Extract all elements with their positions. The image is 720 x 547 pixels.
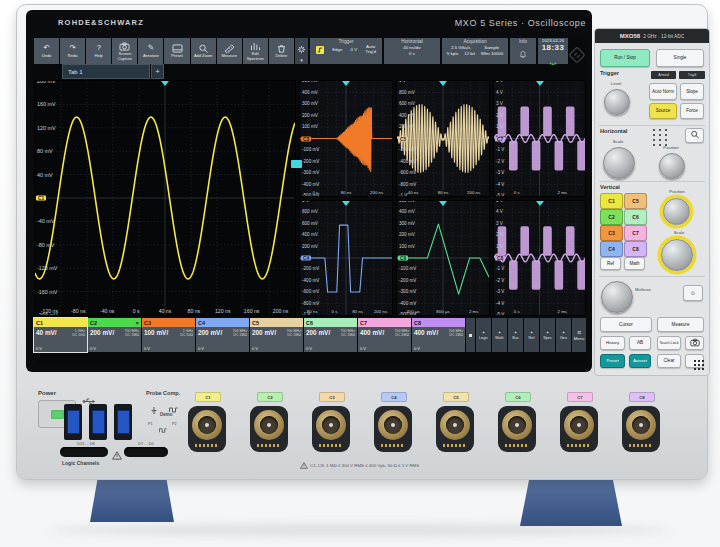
channel-descriptor-c5[interactable]: C5200 mV/700 MHzDC 1MΩ0 V [250, 318, 303, 352]
touch-lock-button[interactable]: Touch Lock [657, 336, 681, 350]
usb-port-3[interactable] [114, 404, 132, 440]
add-tab-button[interactable]: + [151, 64, 164, 79]
channel-marker-c7[interactable]: C7 [495, 136, 505, 141]
toolbar-edit-spectrum[interactable]: Edit Spectrum [243, 38, 268, 64]
measure-button[interactable]: Measure [657, 317, 704, 332]
clear-button[interactable]: Clear [657, 354, 681, 368]
grid-c8[interactable]: 5 V4 V3 V2 V1 V-1 V-2 V-3 V-4 V-5 VC80 s… [493, 200, 586, 316]
add-spec-button[interactable]: +Spec [540, 318, 555, 352]
ab-button[interactable]: AB [629, 336, 651, 350]
channel-marker-c5[interactable]: C5 [398, 136, 408, 141]
bnc-connector-c4[interactable] [374, 406, 412, 452]
tab-tab1[interactable]: Tab 1 [62, 64, 150, 79]
toolbar-annotate[interactable]: ✎Annotate [138, 38, 163, 64]
preset-button[interactable]: Preset [600, 354, 625, 368]
horizontal-scale-knob[interactable] [603, 147, 635, 179]
channel-descriptor-c3[interactable]: C3100 mV/1 GHzDC 50Ω0 V [142, 318, 195, 352]
channel-descriptor-c6[interactable]: C6200 mV/700 MHzDC 1MΩ0 V [304, 318, 357, 352]
vertical-channel-button-c6[interactable]: C6 [624, 209, 647, 225]
slope-button[interactable]: Slope [680, 83, 704, 100]
toolbar-help[interactable]: ?Help [86, 38, 111, 64]
toolbar-settings-button[interactable]: ▾ [295, 38, 308, 64]
trigger-position-marker[interactable] [342, 201, 350, 206]
channel-marker-c4[interactable]: C4 [301, 256, 311, 261]
info-status-box[interactable]: Info [510, 38, 536, 64]
vertical-channel-button-c8[interactable]: C8 [624, 241, 647, 257]
toolbar-preset[interactable]: Preset [164, 38, 189, 64]
channel-descriptor-c1[interactable]: C140 mV/1 GHzDC 50Ω0 V [34, 318, 87, 352]
trigger-position-marker[interactable] [536, 81, 544, 86]
channel-marker-c1[interactable]: C1 [36, 196, 46, 201]
cursor-button[interactable]: Cursor [600, 317, 652, 332]
bnc-connector-c1[interactable] [188, 406, 226, 452]
bnc-connector-c2[interactable] [250, 406, 288, 452]
trigger-source-button[interactable]: Source [649, 103, 677, 119]
channel-marker-c6[interactable]: C6 [398, 256, 408, 261]
math-button[interactable]: Math [624, 257, 645, 270]
grid-c7[interactable]: 5 V4 V3 V2 V1 V-1 V-2 V-3 V-4 V-5 VC70 s… [493, 80, 586, 197]
usb-port-2[interactable] [89, 404, 107, 440]
vertical-channel-button-c2[interactable]: C2 [600, 209, 623, 225]
clock-box[interactable]: 2023-02-24 18:33 [538, 38, 568, 64]
bnc-connector-c6[interactable] [498, 406, 536, 452]
channel-descriptor-c2[interactable]: C2×200 mV/700 MHzDC 1MΩ0 V [88, 318, 141, 352]
toolbar-delete[interactable]: Delete [269, 38, 294, 64]
add-logic-button[interactable]: +Logic [476, 318, 491, 352]
vertical-position-knob[interactable] [663, 198, 690, 225]
trigger-level-knob[interactable] [604, 89, 630, 115]
channel-close-marker[interactable]: × [136, 320, 139, 326]
toolbar-add-zoom[interactable]: Add Zoom [191, 38, 216, 64]
vertical-channel-button-c1[interactable]: C1 [600, 193, 623, 209]
toolbar-redo[interactable]: ↷Redo [60, 38, 85, 64]
trigger-position-marker[interactable] [342, 81, 350, 86]
run-stop-button[interactable]: Run / Stop [600, 49, 650, 67]
vertical-channel-button-c7[interactable]: C7 [624, 225, 647, 241]
add-gen-button[interactable]: +Gen [556, 318, 571, 352]
channel-marker-c8[interactable]: C8 [495, 256, 505, 261]
single-button[interactable]: Single [656, 49, 704, 67]
history-button[interactable]: History [600, 336, 625, 350]
trigger-status-box[interactable]: Trigger Edge 0 V Auto Trig'd [310, 38, 382, 64]
keypad-button[interactable] [685, 354, 704, 368]
channel-descriptor-c7[interactable]: C7400 mV/700 MHzDC 1MΩ0 V [358, 318, 411, 352]
screenshot-button[interactable] [685, 336, 704, 350]
bnc-connector-c5[interactable] [436, 406, 474, 452]
trigger-position-marker[interactable] [161, 81, 169, 86]
add-bus-button[interactable]: +Bus [508, 318, 523, 352]
channel-descriptor-c8[interactable]: C8400 mV/700 MHzDC 1MΩ0 V [412, 318, 465, 352]
channel-marker-c3[interactable]: C3 [301, 136, 311, 141]
bnc-connector-c7[interactable] [560, 406, 598, 452]
toolbar-screen-capture[interactable]: Screen Capture [112, 38, 137, 64]
menu-button[interactable]: ≡Menu [572, 318, 586, 352]
horizontal-position-knob[interactable] [659, 153, 685, 179]
logic-connector-d7-d0[interactable] [124, 447, 168, 457]
signal-settings-button[interactable] [466, 318, 475, 352]
horizontal-status-box[interactable]: Horizontal 40 ns/div 0 s [384, 38, 440, 64]
auto-norm-button[interactable]: Auto Norm [649, 83, 677, 100]
add-ref-button[interactable]: +Ref [524, 318, 539, 352]
acquisition-status-box[interactable]: Acquisition 2.5 GSa/s Sample 5 kpts 12 b… [442, 38, 508, 64]
bnc-connector-c8[interactable] [622, 406, 660, 452]
multiuse-knob[interactable] [601, 281, 633, 313]
logic-connector-d15-d8[interactable] [60, 447, 108, 457]
grid-c5[interactable]: 1 V800 mV600 mV400 mV200 mV-200 mV-400 m… [396, 80, 490, 197]
toolbar-undo[interactable]: ↶Undo [34, 38, 59, 64]
grid-c1[interactable]: 200 mV160 mV120 mV80 mV40 mV-40 mV-80 mV… [34, 80, 296, 316]
grid-c6[interactable]: 500 mV400 mV300 mV200 mV100 mV-100 mV-20… [396, 200, 490, 316]
vertical-channel-button-c4[interactable]: C4 [600, 241, 623, 257]
zoom-button[interactable] [685, 128, 704, 143]
grid-c4[interactable]: 1 V800 mV600 mV400 mV200 mV-200 mV-400 m… [299, 200, 393, 316]
trigger-position-marker[interactable] [536, 201, 544, 206]
vertical-scale-knob[interactable] [661, 239, 693, 271]
add-math-button[interactable]: +Math [492, 318, 507, 352]
vertical-channel-button-c5[interactable]: C5 [624, 193, 647, 209]
trigger-position-marker[interactable] [439, 81, 447, 86]
channel-descriptor-c4[interactable]: C4200 mV/700 MHzDC 1MΩ0 V [196, 318, 249, 352]
trigger-position-marker[interactable] [439, 201, 447, 206]
grid-c3[interactable]: 500 mV400 mV300 mV200 mV100 mV-100 mV-20… [299, 80, 393, 197]
bnc-connector-c3[interactable] [312, 406, 350, 452]
vertical-channel-button-c3[interactable]: C3 [600, 225, 623, 241]
zoom-anchor-marker[interactable] [291, 160, 302, 168]
toolbar-measure[interactable]: Measure [217, 38, 242, 64]
intensity-button[interactable]: ☼ [683, 285, 703, 301]
